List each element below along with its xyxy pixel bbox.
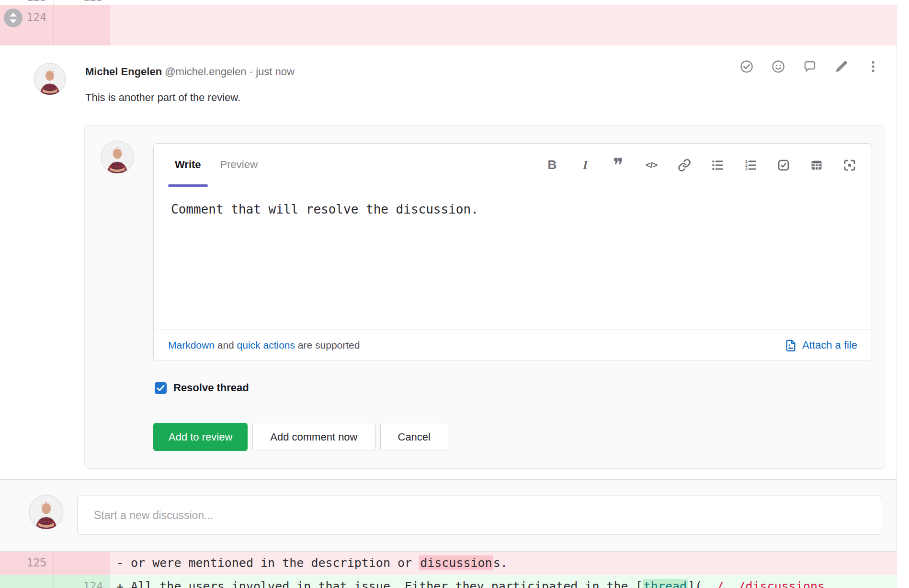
diff-code-line: + All the users involved in that issue. …: [110, 575, 897, 588]
link-icon[interactable]: [675, 156, 694, 175]
attach-file-button[interactable]: Attach a file: [784, 339, 857, 352]
resolve-thread-icon[interactable]: [739, 59, 754, 74]
markdown-hint: Markdown and quick actions are supported: [168, 339, 360, 351]
new-discussion-input[interactable]: [77, 496, 881, 535]
code-text: - or were mentioned in the description o…: [116, 556, 419, 570]
markdown-link[interactable]: Markdown: [168, 339, 215, 351]
numbered-list-icon[interactable]: 123: [741, 156, 760, 175]
code-text: s.: [493, 556, 508, 570]
diff-code-line: [110, 0, 897, 5]
resolve-thread-label[interactable]: Resolve thread: [173, 382, 249, 394]
italic-icon[interactable]: I: [576, 156, 595, 175]
added-word-highlight: thread: [643, 579, 688, 588]
avatar[interactable]: [101, 140, 134, 174]
code-url: ../../discussions: [702, 579, 825, 588]
hint-text: are supported: [295, 339, 360, 351]
old-line-number[interactable]: [0, 575, 54, 588]
code-glyph: </>: [646, 160, 657, 170]
new-line-number[interactable]: [54, 5, 110, 45]
reply-form: Write Preview B I ❞ </>: [84, 125, 885, 469]
note-header: Michel Engelen @michel.engelen · just no…: [85, 66, 295, 78]
new-line-number[interactable]: 124: [54, 575, 110, 588]
hint-text: and: [215, 339, 237, 351]
emoji-icon[interactable]: [771, 59, 785, 74]
editor-header: Write Preview B I ❞ </>: [154, 144, 872, 186]
diff-added-row: 124 + All the users involved in that iss…: [0, 575, 897, 588]
note-body: This is another part of the review.: [85, 91, 240, 104]
resolve-thread-checkbox[interactable]: [155, 382, 167, 394]
old-line-number[interactable]: 125: [0, 552, 54, 575]
add-to-review-button[interactable]: Add to review: [153, 423, 248, 451]
comment-icon[interactable]: [803, 59, 817, 74]
tab-preview[interactable]: Preview: [214, 144, 264, 186]
editor-footer: Markdown and quick actions are supported…: [154, 329, 872, 361]
quote-icon[interactable]: ❞: [609, 156, 628, 175]
tab-write[interactable]: Write: [168, 144, 208, 186]
author-name[interactable]: Michel Engelen: [85, 66, 162, 78]
discussion-thread: Michel Engelen @michel.engelen · just no…: [0, 45, 897, 480]
cancel-button[interactable]: Cancel: [380, 423, 448, 451]
new-line-number[interactable]: 123: [54, 0, 110, 5]
diff-context-row: 123 123: [0, 0, 897, 5]
diff-removed-row: 124 - All the users involved in that iss…: [0, 5, 897, 45]
author-handle[interactable]: @michel.engelen: [165, 66, 246, 78]
fullscreen-icon[interactable]: [840, 156, 859, 175]
new-discussion-section: [0, 480, 897, 552]
code-text: ](: [688, 579, 702, 588]
avatar[interactable]: [29, 495, 64, 530]
avatar[interactable]: [34, 63, 66, 95]
add-comment-now-button[interactable]: Add comment now: [252, 423, 375, 451]
edit-icon[interactable]: [834, 59, 849, 74]
italic-glyph: I: [583, 158, 588, 172]
diff-removed-row: 125 - or were mentioned in the descripti…: [0, 552, 897, 575]
removed-word-highlight: discussion: [419, 555, 493, 570]
note-actions: [739, 59, 880, 74]
editor-toolbar: B I ❞ </> 123: [543, 144, 859, 186]
resolve-thread-row: Resolve thread: [155, 382, 249, 394]
more-options-icon[interactable]: [866, 59, 880, 74]
code-icon[interactable]: </>: [642, 156, 661, 175]
quick-actions-link[interactable]: quick actions: [237, 339, 295, 351]
task-list-icon[interactable]: [774, 156, 793, 175]
attach-file-icon: [784, 339, 797, 352]
markdown-editor: Write Preview B I ❞ </>: [153, 143, 872, 361]
old-line-number[interactable]: 123: [0, 0, 54, 5]
table-icon[interactable]: [807, 156, 826, 175]
diff-code-line: - All the users involved in that issue. …: [110, 5, 897, 45]
code-text: + All the users involved in that issue. …: [116, 579, 643, 588]
diff-code-line: - or were mentioned in the description o…: [110, 552, 897, 575]
bold-glyph: B: [548, 158, 557, 172]
merge-request-diff-page: 123 123 124 - All the users involved in …: [0, 0, 909, 588]
bold-icon[interactable]: B: [543, 156, 562, 175]
svg-text:3: 3: [745, 166, 748, 171]
note-timestamp[interactable]: · just now: [247, 66, 295, 78]
form-buttons: Add to review Add comment now Cancel: [153, 423, 448, 451]
bullet-list-icon[interactable]: [708, 156, 727, 175]
comment-textarea[interactable]: Comment that will resolve the discussion…: [154, 187, 872, 329]
new-line-number[interactable]: [54, 552, 110, 575]
attach-file-label: Attach a file: [802, 339, 857, 351]
collapse-lines-icon[interactable]: [4, 9, 23, 27]
quote-glyph: ❞: [613, 160, 624, 170]
